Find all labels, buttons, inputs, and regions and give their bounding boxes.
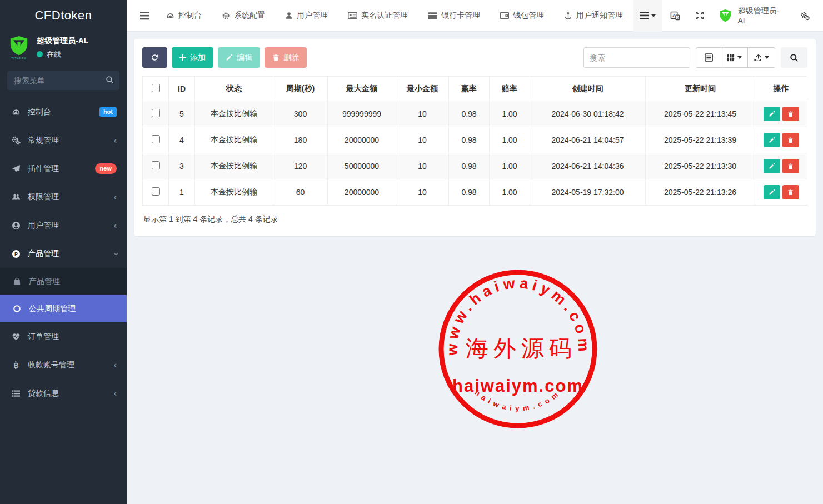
table-header-row: ID 状态 周期(秒) 最大金额 最小金额 赢率 赔率 创建时间 更新时间 操作: [143, 77, 807, 101]
nav-item-user-management[interactable]: 用户管理: [275, 0, 338, 32]
column-header-period: 周期(秒): [273, 77, 328, 101]
brand-logo: TITANFX: [8, 35, 30, 60]
trash-icon: [787, 111, 794, 117]
add-button[interactable]: 添加: [172, 47, 213, 68]
sidebar-item-plugins[interactable]: 插件管理 new: [0, 154, 127, 183]
search-submit-button[interactable]: [781, 47, 807, 68]
nav-item-user-notifications[interactable]: 用户通知管理: [554, 0, 633, 32]
watermark-ring: [441, 272, 595, 426]
svg-text:www.haiwaiym.com: www.haiwaiym.com: [444, 275, 592, 356]
shield-logo-icon: [719, 8, 732, 23]
chevron-left-icon: ‹: [114, 389, 117, 398]
navbar-user[interactable]: 超级管理员-AL: [712, 6, 792, 25]
row-edit-button[interactable]: [764, 159, 780, 173]
quick-menu-button[interactable]: [633, 0, 662, 32]
sidebar-search: [7, 71, 119, 90]
settings-button[interactable]: [792, 0, 817, 32]
row-checkbox[interactable]: [152, 109, 160, 117]
sidebar-toggle-button[interactable]: [133, 6, 156, 26]
search-icon: [106, 76, 114, 84]
sidebar-item-users[interactable]: 用户管理 ‹: [0, 211, 127, 239]
cell-min: 10: [396, 101, 449, 127]
sidebar-item-label: 用户管理: [28, 221, 107, 231]
cell-created: 2024-06-30 01:18:42: [530, 101, 646, 127]
row-edit-button[interactable]: [764, 185, 780, 199]
sidebar-subitem-public-period[interactable]: 公共周期管理: [0, 295, 127, 322]
svg-text:haiwaiym.com: haiwaiym.com: [473, 388, 563, 413]
row-delete-button[interactable]: [782, 159, 799, 173]
sidebar-item-label: 产品管理: [28, 249, 107, 259]
column-header-actions: 操作: [755, 77, 807, 101]
cell-actions: [755, 153, 807, 179]
row-delete-button[interactable]: [782, 185, 799, 199]
sidebar-menu: 控制台 hot 常规管理 ‹ 插件管理 new 权限管理 ‹: [0, 98, 127, 504]
cell-actions: [755, 127, 807, 153]
plus-icon: [179, 54, 186, 61]
fullscreen-button[interactable]: [687, 0, 712, 32]
nav-item-bank-cards[interactable]: 银行卡管理: [418, 0, 490, 32]
row-checkbox[interactable]: [152, 187, 160, 196]
sidebar-item-permissions[interactable]: 权限管理 ‹: [0, 183, 127, 211]
chevron-left-icon: ‹: [114, 136, 117, 145]
table-row[interactable]: 4 本金按比例输 180 20000000 10 0.98 1.00 2024-…: [143, 127, 807, 153]
cell-max: 20000000: [328, 179, 396, 206]
row-edit-button[interactable]: [764, 107, 780, 121]
refresh-button[interactable]: [142, 47, 167, 68]
shield-logo-icon: [8, 35, 29, 56]
pencil-icon: [769, 111, 775, 117]
sidebar-item-label: 控制台: [28, 107, 92, 117]
nav-item-label: 用户管理: [297, 11, 328, 21]
sidebar-item-loan-info[interactable]: 贷款信息 ‹: [0, 379, 127, 407]
sidebar-item-general[interactable]: 常规管理 ‹: [0, 126, 127, 154]
table-row[interactable]: 3 本金按比例输 120 50000000 10 0.98 1.00 2024-…: [143, 153, 807, 179]
row-delete-button[interactable]: [782, 107, 799, 121]
export-button[interactable]: [748, 47, 775, 68]
row-checkbox[interactable]: [152, 135, 160, 143]
nav-item-wallets[interactable]: 钱包管理: [490, 0, 554, 32]
hot-badge: hot: [99, 107, 117, 117]
cell-id: 3: [169, 153, 195, 179]
edit-button-label: 编辑: [237, 53, 252, 63]
sidebar-item-dashboard[interactable]: 控制台 hot: [0, 98, 127, 126]
sidebar-item-products[interactable]: P 产品管理 ‹: [0, 239, 127, 268]
columns-grid-icon: [727, 54, 735, 62]
table-row[interactable]: 5 本金按比例输 300 999999999 10 0.98 1.00 2024…: [143, 101, 807, 127]
watermark-top-text: www.haiwaiym.com: [444, 275, 592, 356]
columns-button[interactable]: [721, 47, 748, 68]
sidebar-search-input[interactable]: [7, 71, 119, 90]
cell-odds: 1.00: [490, 153, 530, 179]
cell-max: 999999999: [328, 101, 396, 127]
bars-icon: [140, 12, 149, 20]
cell-win: 0.98: [449, 179, 490, 206]
edit-button[interactable]: 编辑: [218, 47, 260, 68]
detail-view-button[interactable]: [696, 47, 721, 68]
table-row[interactable]: 1 本金按比例输 60 20000000 10 0.98 1.00 2024-0…: [143, 179, 807, 206]
nav-item-realname-verification[interactable]: 实名认证管理: [338, 0, 418, 32]
language-button[interactable]: A文: [662, 0, 687, 32]
row-delete-button[interactable]: [782, 133, 799, 147]
cell-id: 5: [169, 101, 195, 127]
add-button-label: 添加: [190, 53, 206, 63]
row-checkbox[interactable]: [152, 161, 160, 169]
nav-item-system-config[interactable]: 系统配置: [212, 0, 275, 32]
cogs-icon: [11, 136, 21, 145]
nav-item-dashboard[interactable]: 控制台: [156, 0, 212, 32]
products-submenu: 产品管理 公共周期管理: [0, 268, 127, 322]
watermark-stamp: www.haiwaiym.com 海外源码 haiwaiym.com haiwa…: [435, 266, 601, 432]
sidebar-item-payment-accounts[interactable]: B 收款账号管理 ‹: [0, 351, 127, 379]
table-search-input[interactable]: [583, 47, 690, 68]
sidebar-subitem-product-management[interactable]: 产品管理: [0, 268, 127, 295]
row-edit-button[interactable]: [764, 133, 780, 147]
content-area: 添加 编辑 删除: [127, 32, 823, 504]
navbar-user-name: 超级管理员-AL: [738, 6, 786, 25]
column-header-updated: 更新时间: [646, 77, 755, 101]
sidebar-item-orders[interactable]: 订单管理: [0, 322, 127, 351]
cell-period: 120: [273, 153, 328, 179]
nav-item-label: 用户通知管理: [576, 11, 623, 21]
heartbeat-icon: [11, 332, 21, 341]
sidebar: CFDtoken TITANFX 超级管理员-AL 在线: [0, 0, 127, 504]
select-all-checkbox[interactable]: [152, 84, 160, 92]
delete-button[interactable]: 删除: [265, 47, 307, 68]
cell-win: 0.98: [449, 153, 490, 179]
id-card-icon: [348, 12, 357, 19]
